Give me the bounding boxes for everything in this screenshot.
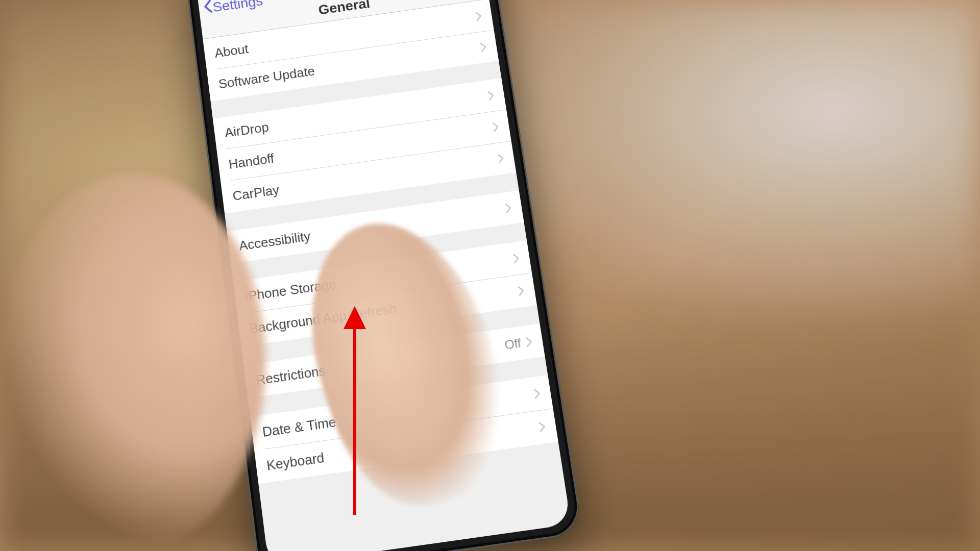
chevron-right-icon (497, 153, 504, 164)
row-label: Keyboard (265, 449, 325, 474)
hand-holding-phone (0, 173, 265, 551)
row-label: Software Update (217, 63, 315, 92)
row-label: AirDrop (224, 119, 270, 141)
chevron-right-icon (525, 336, 533, 347)
chevron-right-icon (533, 388, 541, 399)
row-label: Handoff (228, 151, 275, 172)
row-label: Restrictions (255, 363, 326, 388)
chevron-right-icon (475, 11, 483, 21)
chevron-left-icon (203, 0, 213, 17)
row-label: Accessibility (238, 228, 311, 254)
chevron-right-icon (505, 203, 512, 213)
row-label: CarPlay (232, 182, 280, 204)
chevron-right-icon (512, 253, 520, 264)
row-value: Off (504, 336, 522, 353)
row-label: Date & Time (261, 414, 337, 440)
settings-group: AirDropHandoffCarPlay (213, 78, 516, 213)
chevron-right-icon (487, 90, 495, 101)
row-label: About (214, 41, 250, 61)
chevron-right-icon (480, 42, 487, 53)
chevron-right-icon (518, 285, 525, 296)
chevron-right-icon (538, 421, 546, 433)
chevron-right-icon (492, 121, 500, 132)
